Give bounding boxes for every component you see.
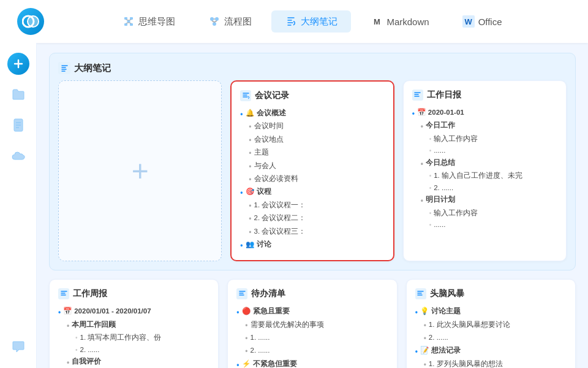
add-button[interactable] xyxy=(7,53,29,75)
todo-title: 待办清单 xyxy=(251,288,285,299)
tab-office-label: Office xyxy=(478,17,502,27)
meeting-card-header: 会议记录 xyxy=(240,90,384,101)
bottom-row: 工作周报 📅2020/01/01 - 2020/01/07 本周工作回顾 1. … xyxy=(49,279,576,368)
tab-markdown-label: Markdown xyxy=(386,17,429,27)
weekreport-title: 工作周报 xyxy=(73,288,107,299)
worklog-content: 📅2020-01-01 今日工作 输入工作内容 ...... 今日总结 1. 输… xyxy=(412,107,557,231)
tab-mindmap[interactable]: 思维导图 xyxy=(109,10,189,33)
top-nav: 思维导图 流程图 xyxy=(0,0,588,43)
brainstorm-icon xyxy=(415,288,426,299)
svg-point-11 xyxy=(210,17,214,21)
folder-button[interactable] xyxy=(7,83,29,105)
brainstorm-card[interactable]: 头脑风暴 💡讨论主题 1. 此次头脑风暴想要讨论 2. ...... 📝想法记录… xyxy=(406,279,576,368)
todo-content: 🔴紧急且重要 需要最优先解决的事项 1. ...... 2. ...... ⚡不… xyxy=(236,305,388,368)
main-layout: 大纲笔记 + 会议记录 🔔会议 xyxy=(0,43,588,368)
svg-point-13 xyxy=(213,22,216,26)
svg-rect-5 xyxy=(124,23,127,26)
svg-point-1 xyxy=(28,16,39,27)
worklog-card-header: 工作日报 xyxy=(412,90,557,101)
brainstorm-content: 💡讨论主题 1. 此次头脑风暴想要讨论 2. ...... 📝想法记录 1. 罗… xyxy=(415,305,567,368)
todo-header: 待办清单 xyxy=(236,288,388,299)
meeting-card[interactable]: 会议记录 🔔会议概述 会议时间 会议地点 主题 与会人 会议必读资料 🎯议程 1… xyxy=(230,80,394,261)
section-header: 大纲笔记 xyxy=(58,62,567,74)
tab-office[interactable]: W Office xyxy=(449,10,516,33)
sidebar-bottom xyxy=(7,336,29,358)
nav-tabs: 思维导图 流程图 xyxy=(49,10,576,33)
svg-point-12 xyxy=(215,17,219,21)
svg-rect-6 xyxy=(130,23,133,26)
tab-markdown[interactable]: M Markdown xyxy=(357,10,442,33)
weekreport-card[interactable]: 工作周报 📅2020/01/01 - 2020/01/07 本周工作回顾 1. … xyxy=(49,279,219,368)
svg-line-8 xyxy=(129,20,132,20)
flowchart-icon xyxy=(208,15,221,28)
svg-line-10 xyxy=(129,23,132,23)
mindmap-icon xyxy=(123,15,135,28)
new-card-button[interactable]: + xyxy=(58,80,222,261)
content-area: 大纲笔记 + 会议记录 🔔会议 xyxy=(37,43,588,368)
svg-rect-2 xyxy=(124,17,127,20)
markdown-icon: M xyxy=(371,15,383,28)
worklog-card[interactable]: 工作日报 📅2020-01-01 今日工作 输入工作内容 ...... 今日总结… xyxy=(403,80,567,261)
weekreport-icon xyxy=(58,288,69,299)
svg-line-16 xyxy=(214,21,217,22)
sidebar xyxy=(0,43,37,368)
meeting-card-title: 会议记录 xyxy=(255,90,289,101)
brainstorm-title: 头脑风暴 xyxy=(430,288,464,299)
worklog-card-title: 工作日报 xyxy=(427,90,461,101)
doc-button[interactable] xyxy=(7,114,29,136)
weekreport-content: 📅2020/01/01 - 2020/01/07 本周工作回顾 1. 填写本周工… xyxy=(58,305,209,368)
meeting-card-icon xyxy=(240,90,251,101)
todo-card[interactable]: 待办清单 🔴紧急且重要 需要最优先解决的事项 1. ...... 2. ....… xyxy=(227,279,397,368)
logo xyxy=(17,8,44,35)
brainstorm-header: 头脑风暴 xyxy=(415,288,567,299)
tab-mindmap-label: 思维导图 xyxy=(138,16,175,28)
chat-button[interactable] xyxy=(7,336,29,358)
svg-line-15 xyxy=(212,21,214,22)
svg-line-7 xyxy=(126,20,129,20)
top-grid: + 会议记录 🔔会议概述 会议时间 会议地点 xyxy=(58,80,567,261)
plus-icon: + xyxy=(132,156,149,186)
outline-icon xyxy=(285,15,297,28)
worklog-card-icon xyxy=(412,90,423,101)
office-icon: W xyxy=(462,15,475,28)
cloud-button[interactable] xyxy=(7,145,29,167)
section-title: 大纲笔记 xyxy=(74,63,111,74)
tab-outline-label: 大纲笔记 xyxy=(301,16,337,28)
tab-flowchart[interactable]: 流程图 xyxy=(195,10,265,33)
tab-flowchart-label: 流程图 xyxy=(224,16,252,28)
meeting-content: 🔔会议概述 会议时间 会议地点 主题 与会人 会议必读资料 🎯议程 1. 会议议… xyxy=(240,107,384,251)
outline-section: 大纲笔记 + 会议记录 🔔会议 xyxy=(49,53,576,270)
logo-area xyxy=(12,8,49,35)
todo-icon xyxy=(236,288,247,299)
tab-outline[interactable]: 大纲笔记 xyxy=(271,10,351,33)
svg-line-9 xyxy=(126,23,129,23)
svg-rect-3 xyxy=(130,17,133,20)
section-icon xyxy=(58,62,70,74)
weekreport-header: 工作周报 xyxy=(58,288,209,299)
svg-rect-4 xyxy=(127,20,130,23)
